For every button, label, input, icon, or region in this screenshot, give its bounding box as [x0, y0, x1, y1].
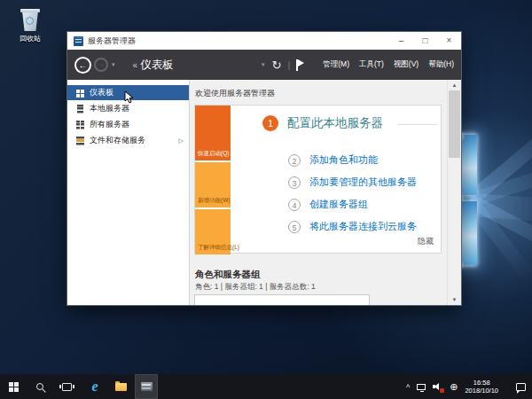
maximize-button[interactable]: □: [413, 32, 437, 50]
step-number-badge: 1: [262, 115, 278, 131]
menu-help[interactable]: 帮助(H): [428, 59, 454, 70]
server-manager-icon: [141, 382, 153, 391]
tab-label: 了解详细信息(L): [198, 244, 239, 252]
notifications-flag-icon[interactable]: [296, 59, 304, 71]
expand-chevron-icon[interactable]: ▷: [179, 137, 184, 145]
window-titlebar[interactable]: 服务器管理器 – □ ×: [67, 32, 461, 50]
sidebar-item-local-server[interactable]: 本地服务器: [67, 101, 189, 116]
navbar-separator: |: [287, 59, 290, 70]
step-link: 创建服务器组: [309, 198, 368, 211]
sidebar-item-label: 所有服务器: [90, 119, 129, 130]
vertical-scrollbar[interactable]: ▲ ▼: [447, 80, 461, 305]
breadcrumb: ‹‹仪表板: [133, 58, 174, 73]
taskbar-file-explorer[interactable]: [109, 374, 132, 399]
server-dropdown-icon[interactable]: ▾: [262, 61, 265, 68]
history-dropdown-icon[interactable]: ▾: [112, 61, 115, 68]
roles-section-stats: 角色: 1 | 服务器组: 1 | 服务器总数: 1: [195, 282, 316, 293]
sidebar-item-label: 本地服务器: [90, 103, 129, 114]
recycle-bin-body: [21, 12, 39, 31]
step-number-badge: 2: [288, 154, 301, 167]
heading-rule: [398, 124, 437, 125]
hidden-icons-chevron-icon[interactable]: ^: [406, 384, 410, 392]
navbar-right-cluster: ▾ ↻ | 管理(M) 工具(T) 视图(V) 帮助(H): [258, 59, 454, 71]
tab-whats-new[interactable]: 新增功能(W): [195, 162, 231, 207]
navigation-bar: ← → ▾ ‹‹仪表板 ▾ ↻ | 管理(M) 工具(T) 视图(V) 帮助(H…: [67, 50, 461, 80]
dashboard-main-panel: 欢迎使用服务器管理器 快速启动(Q) 新增功能(W) 了解详细信息(L) 1: [190, 80, 461, 305]
system-tray: ^ ⊕ 16:58 2018/10/10: [406, 379, 532, 395]
folder-icon: [115, 383, 127, 391]
scroll-down-icon[interactable]: ▼: [448, 294, 461, 305]
scrollbar-thumb[interactable]: [449, 90, 460, 158]
step-link: 添加角色和功能: [309, 153, 378, 167]
step-create-server-group[interactable]: 4 创建服务器组: [288, 198, 368, 211]
sidebar-item-dashboard[interactable]: 仪表板: [67, 85, 189, 100]
step-link: 添加要管理的其他服务器: [309, 176, 417, 189]
sidebar-item-file-storage-services[interactable]: 文件和存储服务 ▷: [67, 133, 189, 148]
clock-date: 2018/10/10: [465, 387, 498, 395]
taskbar-server-manager-active[interactable]: [135, 374, 158, 399]
menu-tools[interactable]: 工具(T): [359, 59, 384, 70]
welcome-tile: 快速启动(Q) 新增功能(W) 了解详细信息(L) 1 配置此本地服务器: [194, 105, 442, 254]
step-add-other-servers[interactable]: 3 添加要管理的其他服务器: [288, 176, 417, 189]
welcome-heading: 欢迎使用服务器管理器: [195, 88, 275, 99]
hide-link[interactable]: 隐藏: [418, 236, 434, 247]
start-button[interactable]: [2, 374, 25, 399]
sidebar-item-label: 仪表板: [90, 87, 113, 98]
tab-quick-start[interactable]: 快速启动(Q): [195, 106, 231, 160]
roles-group-tile: [194, 294, 370, 305]
task-view-button[interactable]: [55, 374, 78, 399]
back-button[interactable]: ←: [74, 57, 91, 74]
forward-button[interactable]: →: [94, 58, 108, 72]
step-number-badge: 3: [288, 176, 301, 189]
step-number-badge: 5: [288, 221, 301, 233]
ime-indicator-icon[interactable]: ⊕: [450, 382, 458, 392]
internet-explorer-icon: e: [91, 379, 98, 394]
menu-view[interactable]: 视图(V): [394, 59, 419, 70]
sidebar-item-label: 文件和存储服务: [90, 135, 145, 146]
recycle-bin-label: 回收站: [7, 34, 53, 43]
recycle-bin-lid: [20, 9, 40, 12]
window-content: 仪表板 本地服务器 所有服务器 文件和存储服务 ▷ 欢迎使用服务器管: [67, 80, 461, 305]
taskbar-internet-explorer[interactable]: e: [83, 374, 106, 399]
step-connect-cloud-services[interactable]: 5 将此服务器连接到云服务: [288, 220, 417, 233]
server-manager-app-icon: [74, 36, 83, 46]
taskbar: e ^ ⊕ 16:58 2018/10/10: [0, 374, 532, 399]
sidebar: 仪表板 本地服务器 所有服务器 文件和存储服务 ▷: [67, 80, 190, 305]
step-label: 配置此本地服务器: [287, 115, 383, 131]
volume-muted-icon[interactable]: [433, 383, 442, 391]
recycle-symbol-icon: [26, 17, 34, 25]
menu-manage[interactable]: 管理(M): [323, 59, 349, 70]
refresh-icon[interactable]: ↻: [271, 59, 281, 71]
windows-logo-icon: [9, 382, 19, 392]
search-icon: [36, 383, 43, 390]
step-number-badge: 4: [288, 199, 301, 211]
tab-label: 新增功能(W): [198, 197, 230, 205]
breadcrumb-chevrons-icon: ‹‹: [133, 60, 137, 70]
mute-badge: [440, 388, 444, 393]
server-icon: [76, 105, 84, 113]
dashboard-grid-icon: [76, 89, 84, 98]
close-button[interactable]: ×: [437, 32, 461, 50]
taskbar-search-button[interactable]: [28, 374, 51, 399]
roles-section-title: 角色和服务器组: [195, 269, 261, 281]
taskbar-clock[interactable]: 16:58 2018/10/10: [465, 379, 498, 395]
task-view-icon: [62, 383, 72, 391]
network-icon[interactable]: [417, 384, 426, 390]
server-manager-window: 服务器管理器 – □ × ← → ▾ ‹‹仪表板 ▾ ↻ | 管理(M) 工具(…: [66, 31, 462, 306]
scroll-up-icon[interactable]: ▲: [448, 80, 461, 90]
sidebar-item-all-servers[interactable]: 所有服务器: [67, 117, 189, 132]
desktop: 回收站 服务器管理器 – □ × ← → ▾ ‹‹仪表板 ▾ ↻ | 管理(M)…: [0, 0, 532, 399]
servers-icon: [76, 121, 84, 129]
minimize-button[interactable]: –: [389, 32, 413, 50]
clock-time: 16:58: [465, 379, 498, 387]
step-add-roles-features[interactable]: 2 添加角色和功能: [288, 153, 378, 167]
window-title: 服务器管理器: [88, 35, 389, 47]
step-configure-local-server[interactable]: 1 配置此本地服务器: [262, 115, 383, 131]
breadcrumb-page: 仪表板: [140, 59, 174, 71]
recycle-bin-icon[interactable]: 回收站: [7, 9, 53, 43]
step-link: 将此服务器连接到云服务: [309, 220, 417, 233]
tab-label: 快速启动(Q): [198, 150, 229, 158]
file-storage-icon: [76, 137, 84, 145]
action-center-icon[interactable]: [516, 383, 526, 391]
tab-learn-more[interactable]: 了解详细信息(L): [195, 209, 231, 254]
